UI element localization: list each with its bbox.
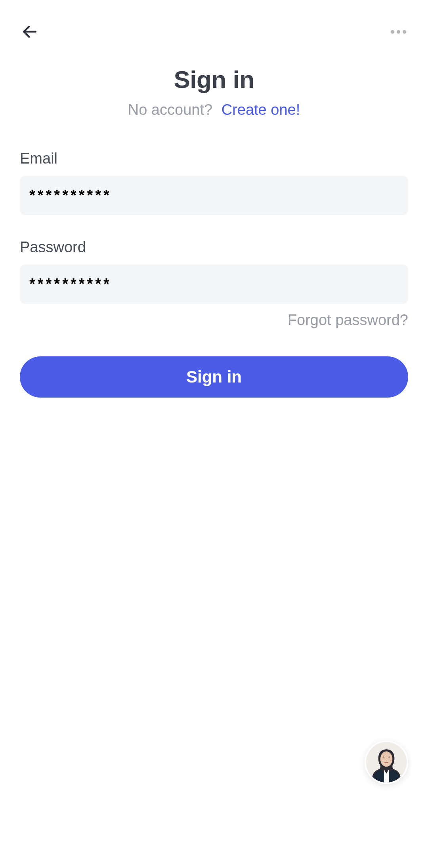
create-account-link[interactable]: Create one! [222,101,300,118]
arrow-left-icon [21,23,38,40]
password-field-group: Password [20,239,408,304]
email-input[interactable] [20,176,408,215]
forgot-password-link[interactable]: Forgot password? [20,312,408,329]
email-field-group: Email [20,150,408,215]
person-avatar-icon [366,742,407,782]
password-label: Password [20,239,408,256]
more-horizontal-icon [391,30,406,34]
back-button[interactable] [20,22,40,42]
page-title: Sign in [20,65,408,93]
signin-button[interactable]: Sign in [20,356,408,398]
chat-support-avatar[interactable] [365,740,408,784]
svg-point-2 [380,751,393,767]
subtitle-row: No account? Create one! [20,101,408,118]
signin-form: Email Password Forgot password? Sign in [20,150,408,398]
more-button[interactable] [388,22,408,42]
no-account-text: No account? [128,101,212,118]
password-input[interactable] [20,265,408,304]
email-label: Email [20,150,408,167]
